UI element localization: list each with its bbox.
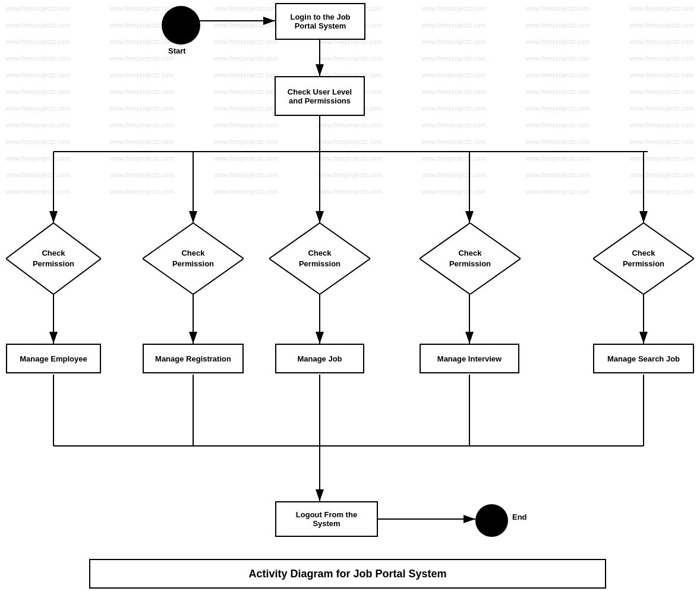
svg-marker-26 xyxy=(143,223,244,294)
diamond-5: Check Permission xyxy=(593,223,694,294)
diagram-title: Activity Diagram for Job Portal System xyxy=(89,559,606,589)
svg-text:Permission: Permission xyxy=(449,259,491,268)
login-node: Login to the Job Portal System xyxy=(275,3,365,40)
svg-marker-29 xyxy=(269,223,370,294)
svg-text:Check: Check xyxy=(308,249,332,257)
manage-employee-node: Manage Employee xyxy=(6,344,101,373)
svg-text:Check: Check xyxy=(181,249,205,257)
manage-job-node: Manage Job xyxy=(275,344,364,373)
diamond-2: Check Permission xyxy=(143,223,244,294)
start-node xyxy=(162,6,200,45)
diagram: Start Login to the Job Portal System Che… xyxy=(0,0,700,591)
check-user-level-node: Check User Level and Permissions xyxy=(275,76,365,116)
diamond-1: Check Permission xyxy=(6,223,101,294)
diamond-4: Check Permission xyxy=(420,223,521,294)
svg-text:Check: Check xyxy=(458,249,482,257)
svg-text:Check: Check xyxy=(632,249,655,257)
manage-search-job-node: Manage Search Job xyxy=(593,344,694,373)
svg-text:Permission: Permission xyxy=(299,259,340,268)
svg-text:Permission: Permission xyxy=(172,259,214,268)
svg-text:Permission: Permission xyxy=(623,259,664,268)
svg-marker-23 xyxy=(6,223,101,294)
svg-text:Check: Check xyxy=(42,249,65,257)
start-label: Start xyxy=(168,46,186,55)
manage-interview-node: Manage Interview xyxy=(420,344,519,373)
diamond-3: Check Permission xyxy=(269,223,370,294)
svg-text:Permission: Permission xyxy=(33,259,74,268)
svg-marker-32 xyxy=(420,223,521,294)
end-node xyxy=(475,504,508,537)
svg-marker-35 xyxy=(593,223,694,294)
manage-registration-node: Manage Registration xyxy=(143,344,244,373)
logout-node: Logout From the System xyxy=(275,501,378,537)
end-label: End xyxy=(512,513,527,521)
